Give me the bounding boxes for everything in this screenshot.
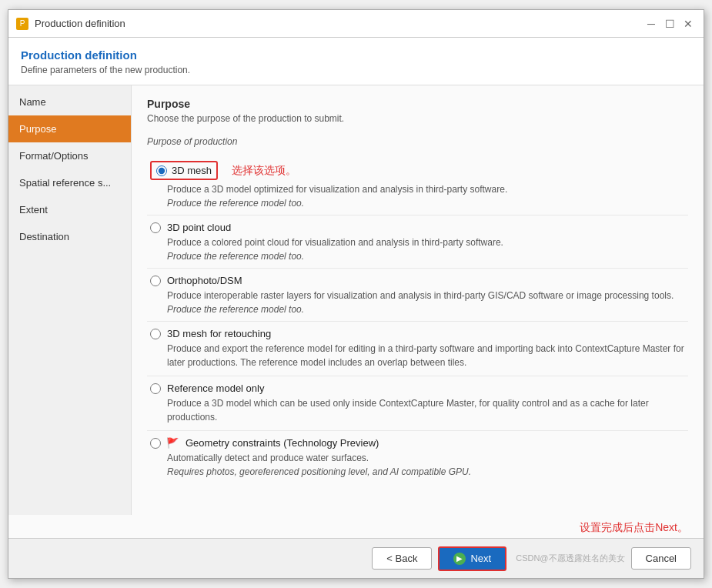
- radio-desc-italic-3d-mesh: Produce the reference model too.: [167, 198, 685, 209]
- radio-row-geometry-constraints: 🚩 Geometry constraints (Technology Previ…: [150, 437, 685, 449]
- header-subtitle: Define parameters of the new production.: [21, 65, 691, 75]
- sidebar-item-destination[interactable]: Destination: [8, 223, 131, 250]
- radio-orthophoto[interactable]: [150, 276, 161, 286]
- main-window: P Production definition ─ ☐ ✕ Production…: [8, 9, 704, 579]
- sidebar: Name Purpose Format/Options Spatial refe…: [8, 85, 132, 515]
- window-title: Production definition: [35, 18, 125, 29]
- main-panel: Purpose Choose the purpose of the produc…: [132, 85, 704, 515]
- sidebar-item-extent[interactable]: Extent: [8, 196, 131, 223]
- radio-desc-orthophoto: Produce interoperable raster layers for …: [167, 289, 685, 302]
- footer: < Back ▶ Next CSDN@不愿透露姓名的美女 Cancel: [8, 538, 704, 578]
- title-buttons: ─ ☐ ✕: [643, 16, 696, 32]
- radio-item-3d-mesh-retouching: 3D mesh for retouching Produce and expor…: [147, 322, 688, 376]
- radio-item-3d-mesh: 3D mesh 选择该选项。 Produce a 3D model optimi…: [147, 155, 688, 215]
- maximize-button[interactable]: ☐: [662, 16, 677, 32]
- radio-label-orthophoto: Orthophoto/DSM: [167, 275, 242, 286]
- radio-row-3d-point-cloud: 3D point cloud: [150, 222, 685, 233]
- radio-label-geometry-constraints: Geometry constraints (Technology Preview…: [186, 437, 379, 449]
- header-title: Production definition: [21, 48, 691, 62]
- radio-row-reference-model: Reference model only: [150, 383, 685, 394]
- content-area: Name Purpose Format/Options Spatial refe…: [8, 85, 704, 515]
- section-subtitle: Choose the purpose of the production to …: [147, 113, 688, 124]
- minimize-button[interactable]: ─: [643, 16, 659, 32]
- radio-desc-3d-mesh-retouching: Produce and export the reference model f…: [167, 342, 685, 369]
- sidebar-item-purpose[interactable]: Purpose: [8, 115, 131, 142]
- radio-desc-italic-geometry-constraints: Requires photos, georeferenced positioni…: [167, 466, 685, 477]
- header-section: Production definition Define parameters …: [8, 38, 704, 85]
- next-label: Next: [470, 553, 491, 564]
- radio-desc-italic-orthophoto: Produce the reference model too.: [167, 304, 685, 315]
- radio-row-3d-mesh: 3D mesh 选择该选项。: [150, 161, 685, 180]
- next-icon: ▶: [453, 553, 466, 565]
- back-button[interactable]: < Back: [372, 547, 432, 570]
- radio-desc-italic-3d-point-cloud: Produce the reference model too.: [167, 251, 685, 262]
- close-button[interactable]: ✕: [680, 16, 696, 32]
- radio-label-3d-mesh-retouching: 3D mesh for retouching: [167, 328, 271, 339]
- radio-group: 3D mesh 选择该选项。 Produce a 3D model optimi…: [147, 155, 688, 483]
- annotation-select: 选择该选项。: [232, 164, 296, 178]
- title-bar: P Production definition ─ ☐ ✕: [8, 10, 704, 38]
- radio-desc-geometry-constraints: Automatically detect and produce water s…: [167, 451, 685, 465]
- radio-desc-3d-point-cloud: Produce a colored point cloud for visual…: [167, 236, 685, 249]
- radio-item-geometry-constraints: 🚩 Geometry constraints (Technology Previ…: [147, 431, 688, 483]
- flag-icon: 🚩: [167, 438, 178, 449]
- radio-label-reference-model: Reference model only: [167, 383, 264, 394]
- radio-label-3d-mesh: 3D mesh: [172, 165, 212, 176]
- bottom-annotation: 设置完成后点击Next。: [8, 515, 704, 538]
- next-button[interactable]: ▶ Next: [438, 546, 506, 571]
- section-title: Purpose: [147, 98, 688, 110]
- sidebar-item-format-options[interactable]: Format/Options: [8, 142, 131, 169]
- radio-item-orthophoto: Orthophoto/DSM Produce interoperable ras…: [147, 269, 688, 322]
- cancel-button[interactable]: Cancel: [631, 547, 691, 570]
- sidebar-item-name[interactable]: Name: [8, 89, 131, 115]
- app-icon: P: [16, 18, 28, 30]
- radio-desc-3d-mesh: Produce a 3D model optimized for visuali…: [167, 182, 685, 196]
- watermark: CSDN@不愿透露姓名的美女: [516, 553, 624, 564]
- radio-reference-model[interactable]: [150, 383, 161, 394]
- radio-label-3d-point-cloud: 3D point cloud: [167, 222, 231, 233]
- selected-highlight: 3D mesh: [150, 161, 218, 180]
- radio-item-3d-point-cloud: 3D point cloud Produce a colored point c…: [147, 215, 688, 269]
- radio-item-reference-model: Reference model only Produce a 3D model …: [147, 376, 688, 431]
- radio-geometry-constraints[interactable]: [150, 438, 161, 449]
- radio-desc-reference-model: Produce a 3D model which can be used onl…: [167, 396, 685, 424]
- radio-3d-point-cloud[interactable]: [150, 222, 161, 233]
- radio-3d-mesh-retouching[interactable]: [150, 329, 161, 339]
- title-bar-left: P Production definition: [16, 18, 125, 30]
- radio-3d-mesh[interactable]: [156, 165, 167, 176]
- sidebar-item-spatial-reference[interactable]: Spatial reference s...: [8, 169, 131, 196]
- radio-row-orthophoto: Orthophoto/DSM: [150, 275, 685, 286]
- radio-row-3d-mesh-retouching: 3D mesh for retouching: [150, 328, 685, 339]
- purpose-label: Purpose of production: [147, 136, 688, 147]
